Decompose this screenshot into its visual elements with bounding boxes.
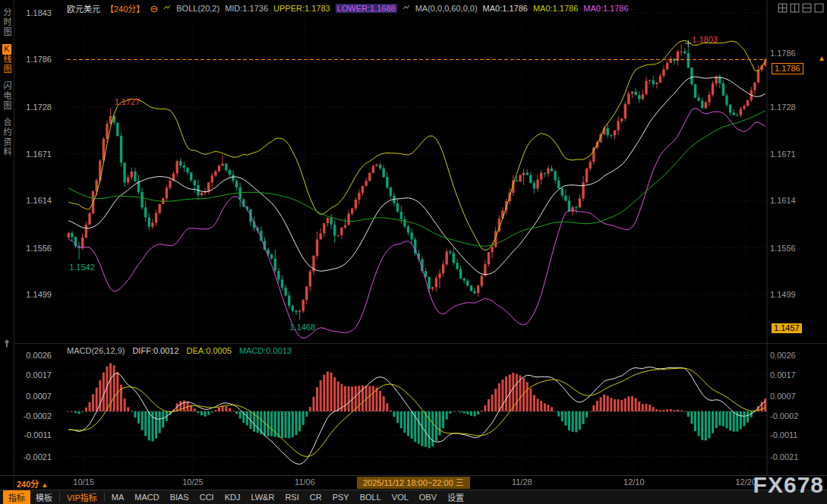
pin-icon[interactable] [2,339,11,352]
price-tick-left: 1.1556 [14,244,52,254]
chart-header: 欧元美元 【240分】 ⊖ BOLL(20,2) MID:1.1736 UPPE… [67,0,629,17]
period-label[interactable]: 【240分】 [106,2,144,14]
macd-tick-left: -0.0011 [14,430,52,440]
macd-tick-left: 0.0017 [14,370,52,380]
macd-tick-right: 0.0026 [770,351,796,361]
sidebar-item-time-share-chart[interactable]: 分时图 [1,8,13,37]
period-selector[interactable]: 240分▲ [17,477,48,490]
macd-macd-value: MACD:0.0013 [239,346,292,355]
price-annotation: 1.1803 [692,35,718,45]
toolbar-item-templates[interactable]: 模板 [30,490,58,504]
period-low-tag: 1.1457 [772,323,802,333]
crosshair-info: 2025/11/12 18:00~22:00 三 [357,477,470,489]
chart-type-sidebar: 分时图K线图闪电图合约资料 [0,0,14,504]
price-tick-right: 1.1556 [770,244,796,254]
toolbar-item-psy[interactable]: PSY [327,492,355,502]
price-tick-left: 1.1499 [14,290,52,300]
price-arrow-icon: ▲ [818,53,825,63]
x-axis-date: 11/06 [295,477,315,487]
horizontal-split-icon[interactable] [802,2,812,12]
price-tick-left: 1.1614 [14,196,52,206]
period-selector-label: 240分 [17,480,39,489]
price-tick-left: 1.1671 [14,150,52,159]
price-tick-right: 1.1614 [770,196,796,206]
toolbar-item-kdj[interactable]: KDJ [219,492,246,502]
toolbar-item-obv[interactable]: OBV [414,492,442,502]
macd-tick-left: -0.0021 [14,452,52,462]
single-window-icon[interactable] [814,2,824,12]
vertical-split-icon[interactable] [790,2,800,12]
price-tick-left: 1.1728 [14,102,52,112]
macd-tick-right: 0.0007 [770,392,796,402]
toolbar-item-lwr[interactable]: LW&R [245,492,279,502]
grid-layout-icon[interactable] [778,2,788,12]
x-axis-date: 10/15 [73,477,94,487]
sidebar-item-kline-chart[interactable]: K线图 [1,44,13,74]
boll-lower-value: LOWER:1.1688 [336,4,397,13]
price-tick-right: 1.1671 [770,150,796,159]
macd-tick-left: 0.0007 [14,392,52,402]
ma0-value-2: MA0:1.1786 [533,4,578,13]
price-tick-right: 1.1499 [770,290,796,300]
chevron-up-icon: ▲ [41,481,48,489]
price-tick-left: 1.1786 [14,55,52,65]
macd-label: MACD(26,12,9) [67,346,125,355]
time-axis-row: 240分▲ 2025/11/12 18:00~22:00 三 10/1510/2… [0,476,827,490]
ma-label: MA(0,0,0,60,0,0) [415,4,478,13]
watermark: FX678 [753,472,824,498]
toolbar-item-vip-indicators[interactable]: VIP指标 [62,490,103,504]
current-price-tag: 1.1786 [772,63,803,74]
toolbar-item-vol[interactable]: VOL [387,492,414,502]
ma-indicator-icon [402,4,410,13]
macd-dea-value: DEA:0.0005 [187,346,232,355]
boll-upper-value: UPPER:1.1783 [273,4,330,13]
axis-labels-layer: 1.18431.17861.17281.16711.16141.15561.14… [0,0,827,504]
price-tick-right: 1.1786 [770,49,796,58]
toolbar-item-settings[interactable]: 设置 [442,490,469,504]
collapse-icon[interactable]: ⊖ [150,4,158,14]
toolbar-item-rsi[interactable]: RSI [279,492,304,502]
price-tick-right: 1.1728 [770,102,796,112]
price-annotation: 1.1468 [290,323,316,332]
toolbar-divider [104,493,105,502]
price-annotation: 1.1727 [115,97,140,107]
indicator-toolbar: 指标模板VIP指标MAMACDBIASCCIKDJLW&RRSICRPSYBOL… [0,490,827,504]
toolbar-item-macd[interactable]: MACD [129,492,164,502]
macd-tick-right: -0.0021 [770,452,798,462]
macd-tick-right: 0.0017 [770,370,796,380]
toolbar-item-bias[interactable]: BIAS [165,492,194,502]
boll-mid-value: MID:1.1736 [225,4,268,13]
price-annotation: 1.1542 [69,263,95,272]
macd-header: MACD(26,12,9) DIFF:0.0012 DEA:0.0005 MAC… [67,346,292,355]
boll-label: BOLL(20,2) [176,4,219,13]
ma0-value-1: MA0:1.1786 [483,4,528,13]
sidebar-item-contract-info[interactable]: 合约资料 [1,118,13,157]
toolbar-item-boll[interactable]: BOLL [355,492,387,502]
macd-tick-left: -0.0002 [14,411,52,421]
toolbar-item-cr[interactable]: CR [305,492,327,502]
macd-tick-right: -0.0011 [770,430,798,440]
sidebar-item-flash-chart[interactable]: 闪电图 [1,81,13,111]
ma0-value-3: MA0:1.1786 [583,4,628,13]
toolbar-item-cci[interactable]: CCI [194,492,219,502]
toolbar-item-indicators[interactable]: 指标 [3,490,30,504]
trading-app-window: 1.18431.17861.17281.16711.16141.15561.14… [0,0,827,504]
x-axis-date: 11/28 [512,477,532,487]
toolbar-item-ma[interactable]: MA [106,492,130,502]
macd-tick-left: 0.0026 [14,351,52,361]
boll-indicator-icon [163,4,171,13]
macd-diff-value: DIFF:0.0012 [132,346,178,355]
symbol-name: 欧元美元 [67,2,100,14]
x-axis-date: 10/25 [182,477,204,487]
price-tick-left: 1.1843 [14,8,52,18]
toolbar-divider [59,493,60,502]
window-layout-icons [778,2,824,12]
x-axis-date: 12/10 [623,477,645,487]
macd-tick-right: -0.0002 [770,411,798,421]
